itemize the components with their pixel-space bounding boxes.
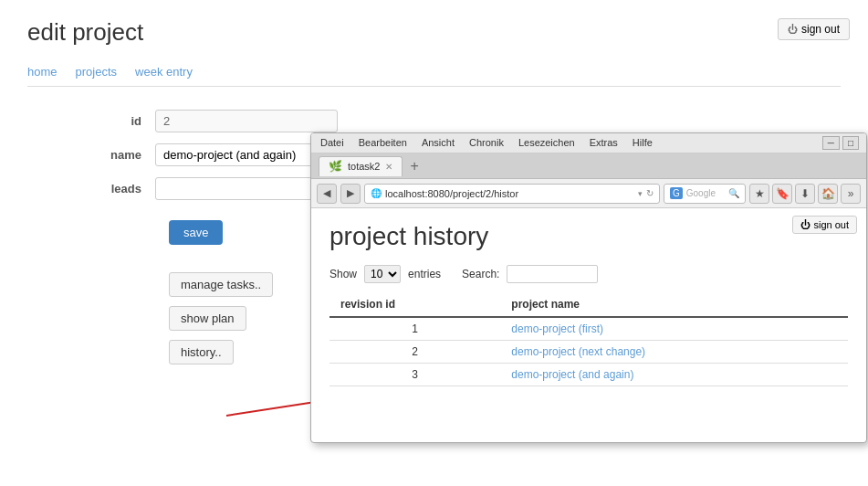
entries-label: entries xyxy=(408,268,441,280)
back-button[interactable]: ◀ xyxy=(317,184,337,204)
browser-tab-bar: 🌿 totask2 ✕ + xyxy=(311,153,866,179)
manage-tasks-button[interactable]: manage tasks.. xyxy=(169,272,273,297)
browser-power-icon: ⏻ xyxy=(800,219,810,230)
show-plan-button[interactable]: show plan xyxy=(169,306,246,331)
browser-sign-out-label: sign out xyxy=(813,219,849,230)
project-name-cell[interactable]: demo-project (and again) xyxy=(500,364,848,386)
project-history-title: project history xyxy=(329,222,848,251)
address-dropdown-icon[interactable]: ▾ xyxy=(638,189,643,198)
download-button[interactable]: ⬇ xyxy=(795,184,815,204)
minimize-button[interactable]: ─ xyxy=(822,136,840,150)
revision-id-cell: 1 xyxy=(329,317,500,341)
browser-nav-bar: ◀ ▶ 🌐 localhost:8080/project/2/histor ▾ … xyxy=(311,179,866,208)
id-row: id xyxy=(82,110,841,132)
search-icon[interactable]: 🔍 xyxy=(728,188,739,198)
reload-button[interactable]: ↻ xyxy=(646,188,654,198)
nav-bar: home projects week entry xyxy=(27,65,841,87)
home-button[interactable]: 🏠 xyxy=(818,184,838,204)
datatable-controls: Show 10 25 50 entries Search: xyxy=(329,265,848,283)
nav-week-entry[interactable]: week entry xyxy=(135,65,193,79)
table-body: 1demo-project (first)2demo-project (next… xyxy=(329,317,848,386)
table-header-row: revision id project name xyxy=(329,292,848,317)
main-page: edit project ⏻ sign out home projects we… xyxy=(0,0,868,486)
history-table: revision id project name 1demo-project (… xyxy=(329,292,848,386)
menu-lesezeichen[interactable]: Lesezeichen xyxy=(517,136,577,150)
browser-menu-bar: Datei Bearbeiten Ansicht Chronik Lesezei… xyxy=(311,133,866,153)
browser-tab-totask2[interactable]: 🌿 totask2 ✕ xyxy=(319,156,403,176)
bookmark-star-button[interactable]: ★ xyxy=(749,184,769,204)
col-project-name: project name xyxy=(500,292,848,317)
maximize-button[interactable]: □ xyxy=(842,136,859,150)
sign-out-label: sign out xyxy=(801,23,840,36)
new-tab-button[interactable]: + xyxy=(406,158,422,174)
search-placeholder: Google xyxy=(686,188,725,198)
search-label: Search: xyxy=(462,268,499,280)
nav-projects[interactable]: projects xyxy=(76,65,118,79)
tab-leaf-icon: 🌿 xyxy=(329,160,342,173)
menu-extras[interactable]: Extras xyxy=(588,136,620,150)
menu-ansicht[interactable]: Ansicht xyxy=(420,136,456,150)
menu-datei[interactable]: Datei xyxy=(319,136,346,150)
address-icon: 🌐 xyxy=(371,188,382,198)
browser-window: Datei Bearbeiten Ansicht Chronik Lesezei… xyxy=(310,132,867,443)
menu-bearbeiten[interactable]: Bearbeiten xyxy=(357,136,409,150)
history-button[interactable]: history.. xyxy=(169,340,234,364)
col-revision-id: revision id xyxy=(329,292,500,317)
bookmark-page-button[interactable]: 🔖 xyxy=(772,184,792,204)
project-name-cell[interactable]: demo-project (first) xyxy=(500,317,848,341)
browser-search-bar[interactable]: G Google 🔍 xyxy=(664,184,746,204)
power-icon: ⏻ xyxy=(788,24,798,35)
forward-button[interactable]: ▶ xyxy=(340,184,361,204)
menu-chronik[interactable]: Chronik xyxy=(467,136,506,150)
page-title: edit project xyxy=(27,18,841,47)
browser-nav-icons: ★ 🔖 ⬇ 🏠 » xyxy=(749,184,861,204)
table-head: revision id project name xyxy=(329,292,848,317)
table-row: 3demo-project (and again) xyxy=(329,364,848,386)
project-name-link[interactable]: demo-project (and again) xyxy=(511,368,633,381)
nav-home[interactable]: home xyxy=(27,65,58,79)
browser-sign-out-button[interactable]: ⏻ sign out xyxy=(792,216,857,234)
project-name-link[interactable]: demo-project (first) xyxy=(511,322,603,335)
browser-content: ⏻ sign out project history Show 10 25 50… xyxy=(311,208,866,435)
project-name-link[interactable]: demo-project (next change) xyxy=(511,345,645,358)
show-entries-select[interactable]: 10 25 50 xyxy=(364,265,401,283)
revision-id-cell: 3 xyxy=(329,364,500,386)
address-bar[interactable]: 🌐 localhost:8080/project/2/histor ▾ ↻ xyxy=(364,184,660,204)
google-icon: G xyxy=(670,187,683,199)
tab-title: totask2 xyxy=(348,161,380,172)
menu-hilfe[interactable]: Hilfe xyxy=(631,136,654,150)
id-label: id xyxy=(82,114,155,128)
leads-label: leads xyxy=(82,182,155,195)
tab-close-button[interactable]: ✕ xyxy=(385,162,392,172)
window-controls: ─ □ xyxy=(822,136,859,150)
id-input[interactable] xyxy=(155,110,338,132)
table-row: 1demo-project (first) xyxy=(329,317,848,341)
sign-out-button[interactable]: ⏻ sign out xyxy=(778,18,850,40)
save-button[interactable]: save xyxy=(169,220,223,245)
datatable-search-input[interactable] xyxy=(507,265,598,283)
project-name-cell[interactable]: demo-project (next change) xyxy=(500,341,848,364)
address-text: localhost:8080/project/2/histor xyxy=(385,188,634,199)
show-label: Show xyxy=(329,268,357,280)
name-label: name xyxy=(82,148,155,162)
revision-id-cell: 2 xyxy=(329,341,500,364)
table-row: 2demo-project (next change) xyxy=(329,341,848,364)
more-button[interactable]: » xyxy=(841,184,861,204)
